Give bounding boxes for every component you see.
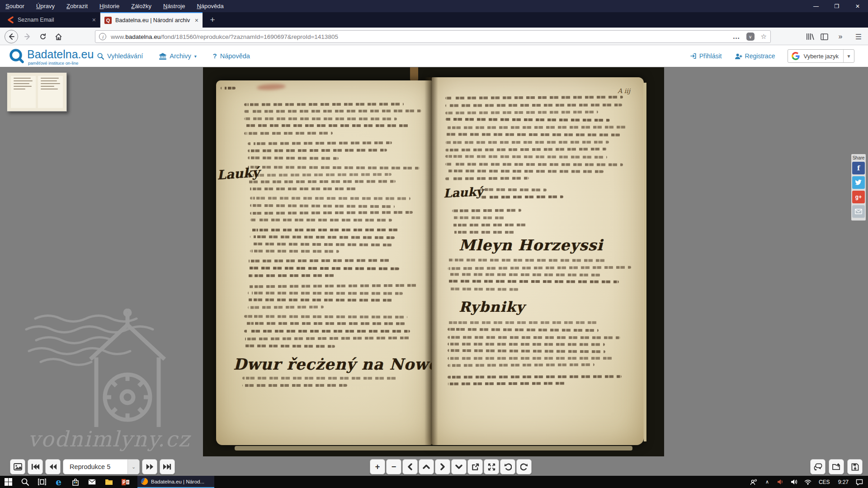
menu-soubor[interactable]: Soubor [5, 3, 24, 9]
menu-historie[interactable]: Historie [99, 3, 119, 9]
mail-button[interactable] [84, 476, 100, 488]
new-tab-button[interactable]: + [206, 14, 219, 26]
fullscreen-arrows-icon [488, 463, 495, 471]
rotate-right-button[interactable] [516, 459, 532, 474]
share-googleplus-button[interactable]: g+ [852, 191, 865, 203]
double-arrow-left-icon [49, 463, 57, 470]
share-panel: Share f g+ [851, 154, 866, 221]
external-link-icon [472, 463, 479, 471]
start-button[interactable] [0, 476, 17, 488]
zoom-in-button[interactable]: + [370, 459, 385, 474]
home-button[interactable] [52, 30, 65, 43]
keyboard-layout-indicator[interactable]: CES [816, 479, 833, 485]
login-link[interactable]: Přihlásit [690, 52, 722, 60]
back-icon [8, 33, 15, 40]
taskbar-search-button[interactable] [17, 476, 33, 488]
store-button[interactable] [67, 476, 84, 488]
action-center-icon[interactable] [854, 476, 865, 488]
edge-button[interactable]: e [50, 476, 67, 488]
manuscript-text-block [244, 103, 423, 139]
sidebar-icon[interactable] [821, 33, 828, 40]
bookmark-star-icon[interactable]: ☆ [761, 33, 767, 41]
wifi-icon[interactable] [802, 476, 814, 488]
tray-expand-icon[interactable]: ∧ [761, 476, 773, 488]
maximize-button[interactable]: ❐ [826, 0, 847, 12]
next-page-button[interactable] [142, 459, 157, 474]
manuscript-right-page: A iij Lauký Mleyn Horzeyssi Rybniky [432, 77, 644, 445]
share-facebook-button[interactable]: f [852, 162, 865, 174]
menu-zalozky[interactable]: Záložky [131, 3, 151, 9]
last-page-button[interactable] [160, 459, 175, 474]
volume-icon[interactable] [788, 476, 800, 488]
forward-button[interactable] [21, 30, 34, 43]
manuscript-viewer[interactable]: Lauký Dwur řecżený na Nowemss A iij Lauk… [203, 67, 664, 456]
clock[interactable]: 9:27 [835, 479, 852, 485]
manuscript-text-block [221, 87, 245, 94]
manuscript-text-block [448, 375, 631, 390]
fullscreen-button[interactable] [484, 459, 499, 474]
pan-down-button[interactable] [451, 459, 467, 474]
powerpoint-icon: P [122, 479, 129, 486]
hamburger-menu-icon[interactable]: ☰ [853, 33, 864, 41]
url-bar[interactable]: i www.badatelna.eu/fond/181560/reprodukc… [95, 30, 771, 43]
menu-napoveda[interactable]: Nápověda [197, 3, 223, 9]
reproduction-select[interactable]: Reprodukce 5 ⌄ [63, 459, 140, 474]
page-thumbnail[interactable] [7, 72, 67, 112]
people-icon[interactable] [748, 476, 760, 488]
share-email-button[interactable] [852, 205, 865, 218]
taskbar-firefox-task[interactable]: Badatelna.eu | Národ... [137, 476, 214, 488]
pan-right-button[interactable] [435, 459, 450, 474]
navbar-right-icons: » ☰ [806, 30, 864, 43]
previous-page-button[interactable] [45, 459, 61, 474]
manuscript-text-block [248, 166, 422, 195]
tab-close-icon[interactable]: × [92, 16, 96, 23]
menu-upravy[interactable]: Úpravy [36, 3, 55, 9]
site-info-icon[interactable]: i [99, 33, 106, 40]
edge-icon: e [56, 477, 61, 488]
close-button[interactable]: ✕ [847, 0, 868, 12]
file-explorer-button[interactable] [100, 476, 117, 488]
minimize-button[interactable]: — [806, 0, 826, 12]
back-button[interactable] [5, 30, 18, 43]
language-caret-icon[interactable]: ▼ [843, 50, 854, 62]
search-icon [21, 478, 29, 486]
tab-seznam-email[interactable]: Seznam Email × [3, 12, 100, 28]
tab-close-icon[interactable]: × [195, 17, 198, 24]
page-actions-icon[interactable]: … [733, 33, 740, 41]
pan-left-button[interactable] [402, 459, 418, 474]
register-link[interactable]: Registrace [735, 52, 775, 60]
share-twitter-button[interactable] [852, 176, 865, 189]
nav-napoveda[interactable]: ? Nápověda [213, 52, 250, 60]
app-volume-icon[interactable] [775, 476, 787, 488]
chevron-left-icon [407, 463, 413, 470]
library-icon[interactable] [806, 33, 814, 40]
language-select[interactable]: Vyberte jazyk ▼ [788, 49, 854, 63]
pocket-icon[interactable]: ∨ [746, 33, 755, 41]
open-folder-button[interactable] [829, 459, 844, 474]
thumbnails-button[interactable] [10, 459, 25, 474]
powerpoint-button[interactable]: P [117, 476, 134, 488]
site-logo-title[interactable]: Badatelna.eu [27, 48, 94, 61]
zoom-out-button[interactable]: − [386, 459, 401, 474]
save-button[interactable] [847, 459, 863, 474]
comments-button[interactable] [810, 459, 826, 474]
reload-button[interactable] [36, 30, 50, 43]
first-page-button[interactable] [28, 459, 43, 474]
windows-logo-icon [5, 478, 12, 486]
pan-up-button[interactable] [419, 459, 434, 474]
open-external-button[interactable] [467, 459, 483, 474]
menu-zobrazit[interactable]: Zobrazit [66, 3, 88, 9]
menu-nastroje[interactable]: Nástroje [163, 3, 185, 9]
folder-upload-icon [832, 463, 841, 470]
rotate-left-button[interactable] [500, 459, 515, 474]
select-chevron-icon: ⌄ [127, 459, 139, 474]
tab-badatelna[interactable]: Q Badatelna.eu | Národní archiv - × [100, 12, 203, 28]
task-view-button[interactable] [33, 476, 50, 488]
svg-text:P: P [123, 480, 126, 485]
overflow-chevrons-icon[interactable]: » [835, 33, 846, 41]
url-text: www.badatelna.eu/fond/181560/reprodukce/… [111, 33, 733, 40]
nav-archivy[interactable]: Archivy ▾ [159, 52, 197, 60]
window-controls: — ❐ ✕ [806, 0, 868, 12]
language-value: Vyberte jazyk [803, 53, 839, 60]
nav-vyhledavani[interactable]: Vyhledávání [97, 52, 143, 60]
